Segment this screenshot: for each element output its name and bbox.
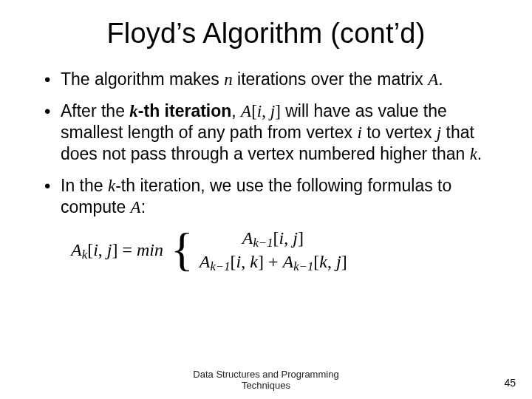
sub-k1: k−1: [210, 260, 230, 274]
sub-k1: k−1: [293, 260, 313, 274]
math-A: A: [71, 240, 82, 259]
page-number: 45: [504, 377, 516, 389]
min: min: [137, 240, 163, 259]
text: iterations over the matrix: [233, 69, 429, 89]
math-A: A: [428, 70, 438, 89]
slide-title: Floyd’s Algorithm (cont’d): [37, 18, 495, 50]
footer-line-2: Techniques: [0, 381, 532, 392]
bullet-2: After the k-th iteration, A[i, j] will h…: [44, 100, 492, 165]
bullet-3: In the k-th iteration, we use the follow…: [44, 175, 492, 218]
text: .: [477, 144, 482, 163]
math-k: k: [470, 145, 477, 163]
sub-k1: k−1: [253, 236, 273, 250]
footer: Data Structures and Programming Techniqu…: [0, 369, 532, 392]
formula-row: Ak[i, j] = min { Ak−1[i, j] Ak−1[i, k] +…: [71, 228, 495, 274]
sub-k: k: [82, 248, 87, 262]
math-k: k: [108, 177, 115, 195]
eq: =: [117, 240, 137, 259]
bullet-list: The algorithm makes n iterations over th…: [37, 69, 495, 218]
plus: +: [264, 252, 283, 271]
text: The algorithm makes: [61, 69, 224, 89]
text: -th iteration, we use the following form…: [61, 176, 451, 216]
math-Aij: A[i, j]: [241, 102, 281, 120]
text: to vertex: [362, 123, 437, 142]
bold-kth: k-th iteration: [129, 101, 231, 120]
text: In the: [61, 176, 108, 195]
bullet-1: The algorithm makes n iterations over th…: [44, 69, 492, 90]
math-k: k: [129, 102, 138, 120]
text: ,: [231, 101, 241, 120]
formula-lhs: Ak[i, j] = min: [71, 240, 163, 262]
footer-line-1: Data Structures and Programming: [0, 369, 532, 381]
text: .: [438, 69, 443, 89]
formula: Ak[i, j] = min { Ak−1[i, j] Ak−1[i, k] +…: [71, 228, 495, 274]
case-2: Ak−1[i, k] + Ak−1[k, j]: [200, 252, 347, 274]
slide: Floyd’s Algorithm (cont’d) The algorithm…: [0, 0, 532, 399]
math-n: n: [224, 70, 233, 89]
brace-icon: {: [171, 228, 194, 271]
idx: [: [87, 240, 93, 259]
math-A: A: [200, 252, 211, 271]
case-1: Ak−1[i, j]: [200, 228, 347, 250]
math-A: A: [131, 198, 141, 216]
math-A: A: [242, 228, 253, 248]
formula-cases: Ak−1[i, j] Ak−1[i, k] + Ak−1[k, j]: [200, 228, 347, 274]
math-A: A: [282, 252, 293, 271]
text: After the: [61, 101, 129, 120]
text: :: [141, 197, 146, 216]
